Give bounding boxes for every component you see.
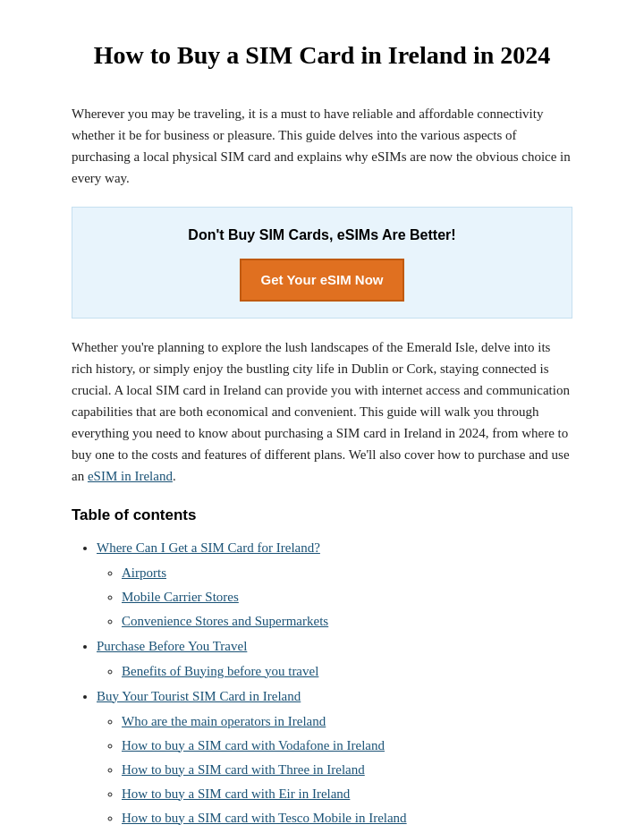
list-item: How to buy a SIM card with Tesco Mobile … [122, 807, 572, 829]
body-paragraph-2-text-prefix: Whether you're planning to explore the l… [72, 340, 570, 483]
list-item: Buy Your Tourist SIM Card in Ireland Who… [97, 685, 572, 833]
list-item: How to buy a SIM card with Vodafone in I… [122, 735, 572, 756]
list-item: Airports [122, 562, 572, 583]
list-item: How to buy a SIM card with Three in Irel… [122, 759, 572, 780]
toc-link-vodafone[interactable]: How to buy a SIM card with Vodafone in I… [122, 738, 385, 752]
list-item: How to buy a SIM card with Eir in Irelan… [122, 783, 572, 804]
toc-list: Where Can I Get a SIM Card for Ireland? … [72, 537, 572, 833]
toc-sublist: Airports Mobile Carrier Stores Convenien… [97, 562, 572, 632]
toc-link-convenience[interactable]: Convenience Stores and Supermarkets [122, 614, 328, 628]
toc-link-airports[interactable]: Airports [122, 565, 166, 580]
toc-sublist: Who are the main operators in Ireland Ho… [97, 710, 572, 833]
promo-box: Don't Buy SIM Cards, eSIMs Are Better! G… [72, 207, 572, 319]
esim-promo-button[interactable]: Get Your eSIM Now [240, 259, 405, 302]
list-item: Convenience Stores and Supermarkets [122, 610, 572, 632]
toc-link-buy-tourist[interactable]: Buy Your Tourist SIM Card in Ireland [97, 689, 301, 703]
toc-heading: Table of contents [72, 503, 572, 527]
toc-link-benefits-before[interactable]: Benefits of Buying before you travel [122, 664, 318, 678]
body-paragraph-2: Whether you're planning to explore the l… [72, 336, 572, 487]
intro-paragraph: Wherever you may be traveling, it is a m… [72, 103, 572, 189]
toc-link-where-can-i-get[interactable]: Where Can I Get a SIM Card for Ireland? [97, 540, 320, 555]
toc-link-mobile-carrier[interactable]: Mobile Carrier Stores [122, 590, 239, 604]
list-item: Purchase Before You Travel Benefits of B… [97, 635, 572, 682]
list-item: Benefits of Buying before you travel [122, 660, 572, 682]
esim-ireland-link[interactable]: eSIM in Ireland [88, 469, 173, 483]
toc-sublist: Benefits of Buying before you travel [97, 660, 572, 682]
page-title: How to Buy a SIM Card in Ireland in 2024 [72, 36, 572, 76]
list-item: Where Can I Get a SIM Card for Ireland? … [97, 537, 572, 632]
toc-link-main-operators[interactable]: Who are the main operators in Ireland [122, 714, 326, 728]
toc-link-eir[interactable]: How to buy a SIM card with Eir in Irelan… [122, 786, 350, 801]
toc-link-tesco[interactable]: How to buy a SIM card with Tesco Mobile … [122, 811, 407, 825]
toc-link-three[interactable]: How to buy a SIM card with Three in Irel… [122, 762, 365, 777]
promo-box-title: Don't Buy SIM Cards, eSIMs Are Better! [90, 224, 554, 247]
toc-section: Table of contents Where Can I Get a SIM … [72, 503, 572, 833]
list-item: Mobile Carrier Stores [122, 586, 572, 608]
toc-link-purchase-before[interactable]: Purchase Before You Travel [97, 639, 247, 653]
list-item: Who are the main operators in Ireland [122, 710, 572, 732]
body-paragraph-2-text-suffix: . [173, 469, 176, 483]
